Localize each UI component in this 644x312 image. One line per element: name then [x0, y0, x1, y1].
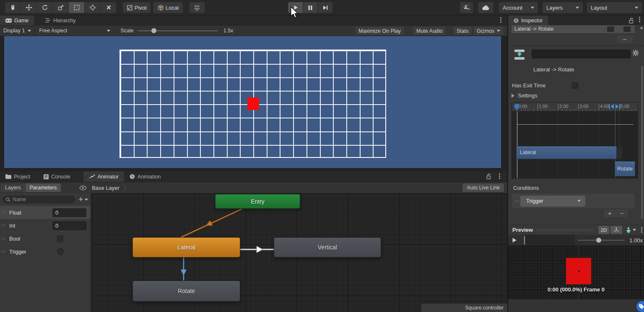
tab-hierarchy[interactable]: Hierarchy — [40, 16, 81, 25]
preview-scrub-head[interactable] — [524, 236, 525, 244]
rect-tool-button[interactable] — [69, 2, 84, 13]
add-condition-button[interactable]: + — [604, 209, 616, 218]
timeline-ruler[interactable]: 0:00 1:00 2:00 3:00 4:00 5:00 — [512, 102, 638, 111]
grid-snap-button[interactable] — [190, 2, 205, 13]
scale-slider-handle[interactable] — [151, 28, 156, 33]
state-node-lateral[interactable]: Lateral — [132, 237, 240, 257]
transition-list-item[interactable]: Lateral -> Rotate — [512, 25, 635, 33]
preview-speed-slider[interactable] — [578, 240, 625, 241]
game-panel-menu[interactable] — [500, 19, 501, 21]
preview-scrub-area[interactable] — [525, 235, 575, 246]
has-exit-time-checkbox[interactable] — [572, 82, 578, 89]
layers-tab-button[interactable]: Layers — [1, 184, 25, 192]
preview-avatar-dropdown[interactable] — [623, 226, 639, 234]
pause-button[interactable] — [303, 2, 317, 13]
inspector-panel-menu[interactable] — [639, 19, 640, 20]
tab-console[interactable]: Console — [38, 171, 76, 182]
stats-button[interactable]: Stats — [454, 27, 472, 35]
rotate-tool-button[interactable] — [37, 2, 52, 13]
foldout-arrow-icon[interactable] — [512, 94, 514, 98]
game-viewport[interactable] — [0, 36, 507, 171]
transform-tool-button[interactable] — [85, 2, 100, 13]
tab-animation[interactable]: Animation — [124, 171, 166, 182]
transition-timeline[interactable]: 0:00 1:00 2:00 3:00 4:00 5:00 Lateral — [512, 102, 638, 178]
display-dropdown[interactable]: Display 1 — [0, 28, 34, 34]
timeline-body[interactable]: Lateral Rotate — [512, 111, 638, 178]
add-parameter-button[interactable]: + — [78, 197, 88, 202]
scale-slider[interactable] — [138, 26, 218, 36]
state-machine-graph[interactable]: Entry Lateral Vertical Rotate Square.con… — [92, 193, 507, 312]
search-input[interactable] — [13, 197, 72, 202]
local-toggle-button[interactable]: Local — [153, 2, 183, 13]
drag-handle-icon[interactable] — [1, 237, 5, 240]
preview-viewport[interactable]: 0:00 (000.0%) Frame 0 — [508, 246, 644, 299]
condition-parameter-dropdown[interactable]: Trigger — [520, 196, 585, 207]
account-dropdown[interactable]: Account — [499, 2, 538, 13]
transition-end-handle-icon[interactable] — [615, 104, 621, 109]
parameter-value-field[interactable] — [52, 221, 86, 230]
parameter-search[interactable] — [3, 196, 75, 203]
preview-toolbar: 1.00x — [508, 235, 644, 246]
drag-handle-icon[interactable] — [1, 224, 5, 227]
parameter-row-float[interactable]: Float — [0, 206, 91, 219]
parameters-tab-button[interactable]: Parameters — [26, 184, 61, 192]
auto-live-link-button[interactable]: Auto Live Link — [462, 184, 504, 192]
tab-animator[interactable]: Animator — [83, 171, 124, 182]
parameter-row-bool[interactable]: Bool — [0, 232, 91, 245]
parameter-trigger-radio[interactable] — [57, 248, 64, 255]
transition-solo-checkbox[interactable] — [607, 26, 614, 32]
timeline-clip-rotate[interactable]: Rotate — [615, 161, 635, 176]
hand-tool-button[interactable] — [5, 2, 21, 13]
preview-2d-button[interactable]: 2D — [598, 226, 609, 234]
maximize-on-play-button[interactable]: Maximize On Play — [356, 27, 404, 35]
layout-dropdown[interactable]: Layout — [587, 2, 642, 13]
gizmos-dropdown[interactable]: Gizmos — [474, 27, 503, 35]
gear-icon[interactable] — [632, 50, 639, 56]
mute-audio-button[interactable]: Mute Audio — [413, 27, 446, 35]
state-node-vertical[interactable]: Vertical — [274, 237, 381, 257]
state-node-entry[interactable]: Entry — [215, 194, 300, 209]
parameter-value-field[interactable] — [52, 208, 86, 217]
asset-bundle-tag-button[interactable] — [636, 301, 644, 312]
pivot-toggle-button[interactable]: Pivot — [123, 2, 151, 13]
custom-tool-button[interactable] — [101, 2, 116, 13]
preview-separator[interactable] — [537, 229, 593, 231]
scale-tool-button[interactable] — [53, 2, 68, 13]
settings-foldout[interactable]: Settings — [518, 92, 538, 99]
aspect-dropdown[interactable]: Free Aspect — [35, 28, 114, 34]
parameter-row-int[interactable]: Int — [0, 219, 91, 232]
animator-lock-button[interactable] — [486, 173, 491, 179]
inspector-scrollbar[interactable] — [641, 66, 643, 219]
parameter-checkbox[interactable] — [57, 236, 63, 242]
preview-play-button[interactable] — [512, 237, 517, 243]
animator-panel-menu[interactable] — [499, 176, 500, 177]
scroll-up-icon[interactable] — [640, 26, 643, 29]
remove-transition-button[interactable]: − — [616, 35, 633, 44]
step-button[interactable] — [318, 2, 332, 13]
inspector-lock-button[interactable] — [629, 18, 634, 24]
collab-button[interactable] — [460, 2, 473, 13]
tab-inspector[interactable]: Inspector — [508, 16, 548, 25]
transition-start-handle-icon[interactable] — [609, 104, 614, 109]
layers-dropdown[interactable]: Layers — [543, 2, 583, 13]
state-node-rotate[interactable]: Rotate — [132, 281, 240, 302]
cloud-button[interactable] — [478, 2, 493, 13]
preview-speed-handle[interactable] — [596, 238, 601, 243]
transition-name-field[interactable] — [532, 50, 631, 58]
remove-condition-button[interactable]: − — [616, 209, 628, 218]
drag-handle-icon[interactable] — [515, 199, 519, 203]
eye-icon[interactable] — [79, 186, 87, 190]
transition-mute-checkbox[interactable] — [623, 26, 631, 32]
drag-handle-icon[interactable] — [1, 211, 5, 214]
tab-game[interactable]: Game — [0, 16, 34, 25]
breadcrumb[interactable]: Base Layer — [92, 184, 127, 191]
tag-icon — [639, 304, 644, 309]
tab-project[interactable]: Project — [0, 171, 36, 182]
move-tool-button[interactable] — [21, 2, 36, 13]
timeline-clip-lateral[interactable]: Lateral — [516, 146, 617, 159]
preview-axis-button[interactable] — [610, 226, 622, 234]
drag-handle-icon[interactable] — [1, 250, 5, 253]
parameter-row-trigger[interactable]: Trigger — [0, 245, 91, 258]
preview-menu[interactable] — [641, 229, 642, 231]
timeline-playhead-icon[interactable] — [514, 103, 520, 110]
